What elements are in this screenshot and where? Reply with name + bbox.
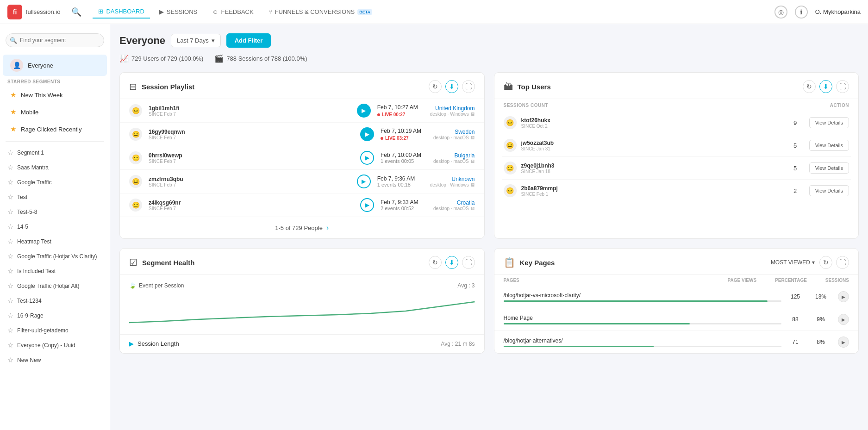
sidebar-item-mobile[interactable]: ★ Mobile [3, 104, 107, 120]
sidebar-item-16-9-rage[interactable]: ☆ 16-9-Rage [0, 308, 110, 323]
key-pages-expand-btn[interactable]: ⛶ [836, 256, 849, 269]
funnels-icon: ⑂ [269, 8, 272, 15]
user-row: 😐 2b6a879mmpj SINCE Feb 1 2 View Details [502, 180, 851, 202]
session-info: zmzfrnu3qbu SINCE Feb 7 [149, 176, 350, 187]
session-row: 😐 zmzfrnu3qbu SINCE Feb 7 ▶ Feb 7, 9:36 … [120, 170, 484, 193]
sidebar-item-is-included[interactable]: ☆ Is Included Test [0, 264, 110, 279]
sidebar-item-saas-mantra[interactable]: ☆ Saas Mantra [0, 160, 110, 175]
key-page-play-button[interactable]: ▶ [838, 314, 849, 325]
search-input[interactable] [6, 33, 104, 47]
sidebar-item-google-alt[interactable]: ☆ Google Traffic (Hotjar Alt) [0, 279, 110, 293]
page-pct: 9% [809, 316, 832, 323]
users-stat-label: 729 Users of 729 (100.0%) [131, 55, 203, 62]
sidebar-item-everyone[interactable]: 👤 Everyone [3, 55, 107, 76]
sidebar-item-segment1[interactable]: ☆ Segment 1 [0, 145, 110, 160]
sidebar-item-rage-clicked[interactable]: ★ Rage Clicked Recently [3, 121, 107, 137]
heatmap-label: Heatmap Test [17, 238, 51, 245]
sidebar-item-test[interactable]: ☆ Test [0, 190, 110, 205]
sidebar-item-test-1234[interactable]: ☆ Test-1234 [0, 293, 110, 308]
nav-feedback-label: FEEDBACK [221, 8, 254, 15]
page-bar-fill [504, 323, 690, 324]
device-info: desktop · macOS 🖥 [433, 206, 475, 211]
star-icon-test: ☆ [7, 193, 13, 201]
star-icon-rage: ★ [10, 125, 16, 133]
session-time: Feb 7, 10:27 AM LIVE 00:27 [377, 104, 424, 118]
play-button[interactable]: ▶ [357, 104, 371, 118]
search-icon[interactable]: 🔍 [71, 7, 81, 17]
sidebar-item-google-traffic[interactable]: ☆ Google Traffic [0, 175, 110, 190]
segment-health-header: ☑ Segment Health ↻ ⬇ ⛶ [120, 249, 484, 275]
play-icon: ▶ [365, 202, 369, 208]
play-button[interactable]: ▶ [360, 198, 374, 212]
topbar: fi fullsession.io 🔍 ⊞ DASHBOARD ▶ SESSIO… [0, 0, 868, 24]
top-users-expand-btn[interactable]: ⛶ [836, 80, 849, 93]
playlist-download-btn[interactable]: ⬇ [445, 80, 458, 93]
sidebar-item-test-5-8[interactable]: ☆ Test-5-8 [0, 205, 110, 219]
event-avg: Avg : 3 [457, 282, 475, 289]
play-button[interactable]: ▶ [360, 151, 374, 165]
info-icon[interactable]: ℹ [795, 6, 808, 19]
sidebar-item-new-new[interactable]: ☆ New New [0, 353, 110, 368]
segment-health-refresh-btn[interactable]: ↻ [429, 256, 442, 269]
top-users-title: Top Users [518, 83, 551, 91]
page-url-text: /blog/hotjar-alternatives/ [504, 337, 782, 344]
dashboard-icon: ⊞ [98, 8, 103, 15]
play-icon: ▶ [365, 131, 369, 137]
user-since: SINCE Jan 31 [521, 146, 781, 151]
session-length-row: ▶ Session Length Avg : 21 m 8s [120, 334, 484, 353]
view-details-button[interactable]: View Details [809, 185, 849, 196]
country-name: Sweden [433, 129, 475, 135]
country-name: United Kingdom [430, 105, 475, 112]
device-info: desktop · Windows 🖥 [430, 112, 475, 117]
user-label[interactable]: O. Mykhoparkina [815, 8, 861, 15]
playlist-refresh-btn[interactable]: ↻ [429, 80, 442, 93]
sidebar-item-14-5[interactable]: ☆ 14-5 [0, 219, 110, 234]
notifications-icon[interactable]: ◎ [774, 6, 787, 19]
key-page-play-button[interactable]: ▶ [838, 291, 849, 302]
sidebar-item-google-hotjar[interactable]: ☆ Google Traffic (Hotjar Vs Clarity) [0, 249, 110, 264]
sidebar-item-everyone-copy[interactable]: ☆ Everyone (Copy) - Uuid [0, 338, 110, 353]
col-sessions-count-header: SESSIONS COUNT [504, 103, 548, 108]
play-button[interactable]: ▶ [360, 127, 374, 141]
date-filter-dropdown[interactable]: Last 7 Days ▾ [171, 34, 221, 47]
sidebar-item-new-this-week[interactable]: ★ New This Week [3, 87, 107, 103]
user-avatar: 😐 [504, 116, 517, 129]
play-button[interactable]: ▶ [357, 174, 371, 188]
key-pages-refresh-btn[interactable]: ↻ [819, 256, 832, 269]
user-session-count: 9 [781, 119, 809, 126]
top-users-table: SESSIONS COUNT ACTION 😐 ktof26hukx SINCE… [494, 99, 859, 202]
top-users-refresh-btn[interactable]: ↻ [803, 80, 816, 93]
session-info: 0hrrsl0wewp SINCE Feb 7 [149, 152, 354, 164]
page-bar [504, 300, 782, 302]
session-since: SINCE Feb 7 [149, 112, 350, 117]
segment-health-expand-btn[interactable]: ⛶ [462, 256, 475, 269]
nav-feedback[interactable]: ☺ FEEDBACK [206, 6, 259, 18]
key-page-play-button[interactable]: ▶ [838, 337, 849, 348]
playlist-expand-btn[interactable]: ⛶ [462, 80, 475, 93]
session-since: SINCE Feb 7 [149, 159, 354, 164]
star-icon-145: ☆ [7, 223, 13, 231]
page-bar [504, 346, 782, 347]
page-views-count: 125 [781, 293, 809, 300]
sidebar-item-filter-uuid[interactable]: ☆ Filter-uuid-getademo [0, 323, 110, 338]
stats-row: 📈 729 Users of 729 (100.0%) 🎬 788 Sessio… [119, 54, 859, 63]
add-filter-button[interactable]: Add Filter [226, 33, 271, 48]
star-icon-heatmap: ☆ [7, 237, 13, 246]
sidebar-item-heatmap-test[interactable]: ☆ Heatmap Test [0, 234, 110, 249]
session-datetime: Feb 7, 9:36 AM [377, 175, 424, 182]
nav-sessions[interactable]: ▶ SESSIONS [154, 6, 203, 18]
view-details-button[interactable]: View Details [809, 117, 849, 128]
pagination-next-btn[interactable]: › [326, 224, 329, 232]
session-row: 😐 0hrrsl0wewp SINCE Feb 7 ▶ Feb 7, 10:00… [120, 146, 484, 170]
user-id: jw5ozzat3ub [521, 140, 781, 146]
starred-header: STARRED SEGMENTS [0, 76, 110, 86]
nav-dashboard[interactable]: ⊞ DASHBOARD [93, 5, 150, 19]
segment-health-download-btn[interactable]: ⬇ [445, 256, 458, 269]
most-viewed-dropdown[interactable]: MOST VIEWED ▾ [771, 259, 815, 266]
view-details-button[interactable]: View Details [809, 162, 849, 174]
user-id: z9qe0j1bnh3 [521, 162, 781, 169]
everyone-copy-label: Everyone (Copy) - Uuid [17, 342, 75, 349]
view-details-button[interactable]: View Details [809, 140, 849, 151]
nav-funnels[interactable]: ⑂ FUNNELS & CONVERSIONS BETA [263, 6, 378, 18]
top-users-download-btn[interactable]: ⬇ [819, 80, 832, 93]
